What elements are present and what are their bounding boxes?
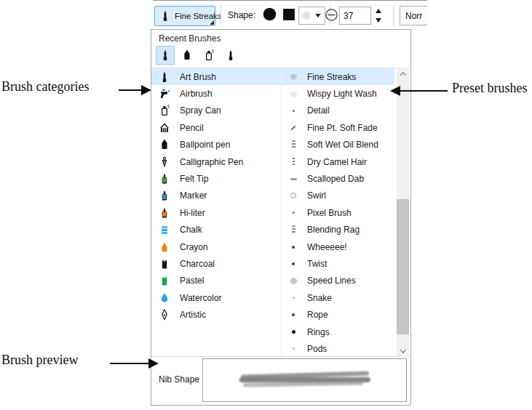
category-item[interactable]: Felt Tip (151, 170, 281, 187)
dash-icon (287, 173, 299, 185)
preset-item[interactable]: Soft Wet Oil Blend (282, 137, 394, 153)
hi-liter-icon (159, 207, 170, 219)
category-item[interactable]: Crayon (151, 238, 281, 255)
bold-dot-icon (287, 326, 299, 338)
category-item[interactable]: Calligraphic Pen (151, 153, 281, 170)
preset-label: Scalloped Dab (307, 174, 364, 184)
dropdown-corner-icon (210, 20, 214, 25)
preset-item[interactable]: Rings (282, 323, 394, 340)
tick-icon (287, 122, 299, 134)
preset-item[interactable]: Snake (282, 289, 394, 306)
category-item[interactable]: Pencil (151, 119, 281, 136)
chalk-icon (159, 224, 170, 236)
brush-size-input[interactable]: 37 (339, 7, 371, 25)
category-item[interactable]: Ballpoint pen (151, 137, 281, 153)
preset-item[interactable]: Blending Rag (282, 222, 394, 238)
category-label: Charcoal (180, 259, 215, 269)
merge-mode-button[interactable]: Norr (400, 6, 427, 25)
preset-item[interactable]: Speed Lines (282, 273, 394, 289)
preset-scrollbar[interactable] (397, 68, 409, 357)
preset-label: Fine Streaks (307, 72, 356, 82)
category-item[interactable]: Spray Can (151, 102, 281, 119)
stepper-down-icon[interactable] (376, 18, 381, 23)
screenshot-canvas: Fine Streaks Shape: 37 Norr Recent Brush… (0, 0, 532, 410)
preset-item[interactable]: Detail (282, 102, 394, 119)
category-item[interactable]: Art Brush (151, 68, 281, 85)
square-nib-icon (282, 7, 296, 24)
preset-item[interactable]: Wispy Light Wash (282, 85, 394, 102)
chevron-down-icon (400, 347, 405, 353)
recent-brush-item[interactable] (221, 46, 240, 65)
diameter-icon (325, 8, 338, 22)
category-item[interactable]: Watercolor (151, 289, 281, 306)
preset-label: Soft Wet Oil Blend (307, 140, 378, 150)
category-item[interactable]: Chalk (151, 222, 281, 238)
recent-brush-item[interactable] (156, 46, 175, 65)
ballpoint-pen-icon (159, 139, 170, 150)
square-nib-button[interactable] (281, 7, 297, 23)
felt-tip-icon (159, 173, 170, 185)
category-label: Artistic (180, 310, 206, 320)
recent-brushes-row (156, 46, 240, 65)
nib-shape-preview (202, 358, 407, 402)
preset-item[interactable]: Pods (282, 340, 394, 357)
category-label: Art Brush (180, 72, 216, 82)
brush-picker-button[interactable]: Fine Streaks (154, 6, 215, 26)
preset-label: Rope (307, 310, 328, 320)
category-label: Airbrush (180, 89, 213, 99)
preset-item[interactable]: Scalloped Dab (282, 170, 394, 187)
recent-brush-item[interactable] (199, 46, 218, 65)
charcoal-icon (159, 258, 170, 270)
custom-nib-dropdown[interactable] (298, 7, 325, 25)
art-brush-icon (159, 71, 170, 83)
category-label: Pastel (180, 276, 204, 286)
category-item[interactable]: Charcoal (151, 255, 281, 272)
spray-can-icon (203, 49, 215, 61)
brush-picker-label: Fine Streaks (175, 12, 222, 20)
preset-label: Twist (307, 259, 327, 269)
dot-icon (287, 258, 299, 270)
preset-item[interactable]: Fine Pt. Soft Fade (282, 119, 394, 136)
preset-label: Blending Rag (307, 225, 360, 235)
chevron-down-icon (315, 14, 321, 17)
scrollbar-thumb[interactable] (397, 199, 409, 334)
preset-item[interactable]: Pixel Brush (282, 204, 394, 221)
category-label: Calligraphic Pen (180, 157, 243, 167)
category-item[interactable]: Pastel (151, 273, 281, 289)
preset-item[interactable]: Twist (282, 255, 394, 272)
preset-label: Speed Lines (307, 276, 356, 286)
preset-label: Pixel Brush (307, 208, 352, 218)
swirl-icon (287, 190, 299, 201)
toolbar-separator (221, 5, 221, 25)
dot-icon (287, 241, 299, 253)
category-label: Crayon (180, 242, 208, 252)
watercolor-icon (159, 292, 170, 304)
recent-brush-item[interactable] (178, 46, 196, 65)
brush-dropdown-panel: Recent Brushes Art BrushAirbrushSpray Ca… (151, 29, 411, 406)
preset-item[interactable]: Dry Camel Hair (282, 153, 394, 170)
arrow-left-icon (390, 86, 400, 96)
category-item[interactable]: Artistic (151, 306, 281, 323)
vertical-dots-icon (287, 156, 299, 168)
preset-item[interactable]: Swirl (282, 188, 394, 204)
round-nib-button[interactable] (261, 7, 277, 23)
scroll-up-button[interactable] (397, 68, 409, 80)
preset-label: Detail (307, 105, 330, 116)
category-item[interactable]: Airbrush (151, 85, 281, 102)
stepper-up-icon[interactable] (376, 9, 381, 13)
preset-item[interactable]: Wheeeee! (282, 238, 394, 255)
spray-can-icon (159, 105, 170, 116)
category-label: Spray Can (180, 105, 221, 116)
artistic-icon (159, 309, 170, 321)
category-item[interactable]: Hi-liter (151, 204, 281, 221)
category-item[interactable]: Marker (151, 188, 281, 204)
property-bar: Fine Streaks Shape: 37 Norr (153, 0, 427, 28)
preset-item[interactable]: Fine Streaks (282, 68, 394, 85)
category-label: Chalk (180, 225, 202, 235)
calligraphic-pen-icon (159, 156, 170, 168)
category-label: Hi-liter (180, 208, 205, 218)
arrow-right-icon (141, 85, 151, 95)
preset-item[interactable]: Rope (282, 306, 394, 323)
scroll-down-button[interactable] (397, 345, 409, 357)
crayon-icon (159, 241, 170, 253)
